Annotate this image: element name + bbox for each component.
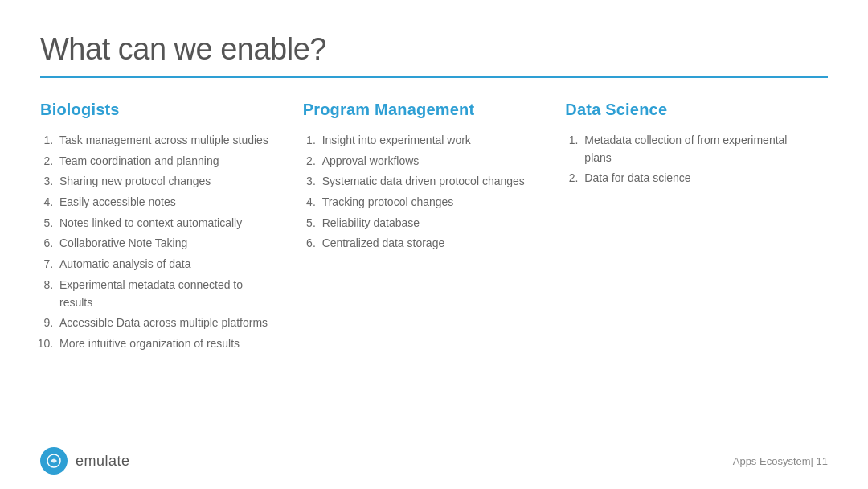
list-item: Approval workflows <box>319 153 542 171</box>
column-program-management: Program ManagementInsight into experimen… <box>303 101 566 356</box>
blue-divider <box>40 76 828 78</box>
column-list-data-science: Metadata collection of from experimental… <box>565 132 804 187</box>
slide: What can we enable? BiologistsTask manag… <box>0 0 868 489</box>
list-item: Experimental metadata connected to resul… <box>56 277 279 311</box>
list-item: Data for data science <box>581 170 804 187</box>
column-data-science: Data ScienceMetadata collection of from … <box>565 101 828 356</box>
page-info: Apps Ecosystem| 11 <box>733 455 828 467</box>
column-header-program-management: Program Management <box>303 101 542 119</box>
logo-area: emulate <box>40 447 130 475</box>
list-item: Team coordination and planning <box>56 153 279 171</box>
columns-container: BiologistsTask management across multipl… <box>40 101 828 356</box>
list-item: Easily accessible notes <box>56 194 279 212</box>
column-header-biologists: Biologists <box>40 101 279 119</box>
footer: emulate Apps Ecosystem| 11 <box>0 447 868 475</box>
list-item: Tracking protocol changes <box>319 194 542 212</box>
list-item: Insight into experimental work <box>319 132 542 150</box>
list-item: Systematic data driven protocol changes <box>319 173 542 191</box>
list-item: Centralized data storage <box>319 235 542 253</box>
column-biologists: BiologistsTask management across multipl… <box>40 101 303 356</box>
column-header-data-science: Data Science <box>565 101 804 119</box>
list-item: More intuitive organization of results <box>56 335 279 353</box>
list-item: Task management across multiple studies <box>56 132 279 150</box>
slide-title: What can we enable? <box>40 32 828 67</box>
logo-text: emulate <box>76 453 130 470</box>
list-item: Accessible Data across multiple platform… <box>56 314 279 332</box>
list-item: Collaborative Note Taking <box>56 235 279 253</box>
logo-circle <box>40 447 68 475</box>
list-item: Sharing new protocol changes <box>56 173 279 191</box>
list-item: Metadata collection of from experimental… <box>581 132 804 166</box>
list-item: Reliability database <box>319 215 542 232</box>
list-item: Automatic analysis of data <box>56 256 279 273</box>
logo-icon <box>46 453 62 469</box>
column-list-biologists: Task management across multiple studiesT… <box>40 132 279 353</box>
list-item: Notes linked to context automatically <box>56 215 279 232</box>
column-list-program-management: Insight into experimental workApproval w… <box>303 132 542 253</box>
